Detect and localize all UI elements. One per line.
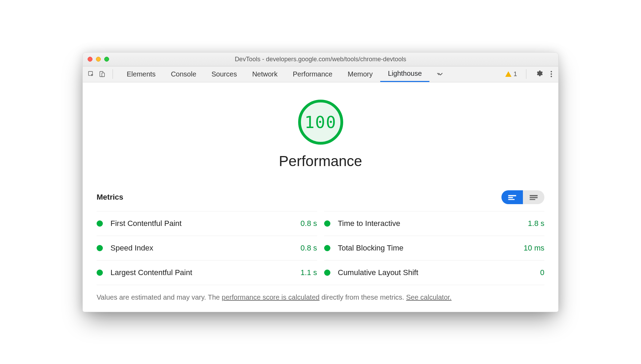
metrics-footer-note: Values are estimated and may vary. The p…	[97, 285, 544, 301]
status-dot-icon	[324, 220, 330, 227]
warning-icon	[505, 71, 511, 77]
tab-network[interactable]: Network	[244, 66, 285, 82]
footer-text: directly from these metrics.	[320, 293, 406, 301]
score-gauge[interactable]: 100	[298, 100, 343, 145]
metrics-grid: First Contentful Paint 0.8 s Time to Int…	[97, 211, 544, 285]
close-icon[interactable]	[88, 57, 92, 62]
settings-icon[interactable]	[535, 70, 543, 79]
tab-label: Lighthouse	[388, 70, 422, 78]
tab-performance[interactable]: Performance	[285, 66, 340, 82]
tab-label: Network	[252, 70, 277, 78]
issues-button[interactable]: 1	[505, 71, 517, 78]
metrics-heading: Metrics	[97, 193, 123, 202]
footer-text: Values are estimated and may vary. The	[97, 293, 222, 301]
metric-name: First Contentful Paint	[110, 219, 181, 228]
toolbar: Elements Console Sources Network Perform…	[83, 66, 558, 82]
metric-row[interactable]: Speed Index 0.8 s	[97, 236, 317, 260]
calculator-link[interactable]: See calculator.	[406, 293, 452, 301]
metric-name: Largest Contentful Paint	[110, 268, 192, 277]
status-dot-icon	[97, 220, 103, 227]
metric-row[interactable]: Largest Contentful Paint 1.1 s	[97, 260, 317, 285]
svg-rect-2	[102, 73, 105, 77]
inspect-element-icon[interactable]	[87, 70, 95, 78]
metric-row[interactable]: Cumulative Layout Shift 0	[324, 260, 545, 285]
tab-console[interactable]: Console	[163, 66, 204, 82]
metric-value: 0	[540, 268, 544, 277]
metric-name: Time to Interactive	[338, 219, 400, 228]
divider	[526, 69, 526, 79]
warning-count: 1	[514, 71, 517, 78]
minimize-icon[interactable]	[96, 57, 101, 62]
score-value: 100	[304, 112, 337, 132]
metric-name: Cumulative Layout Shift	[338, 268, 418, 277]
traffic-lights	[88, 57, 109, 62]
status-dot-icon	[324, 245, 330, 251]
tab-label: Elements	[127, 70, 155, 78]
metric-value: 0.8 s	[301, 219, 317, 228]
tab-elements[interactable]: Elements	[119, 66, 163, 82]
score-explainer-link[interactable]: performance score is calculated	[222, 293, 319, 301]
metric-value: 0.8 s	[301, 244, 317, 253]
metrics-view-toggle	[501, 190, 544, 204]
tab-sources[interactable]: Sources	[204, 66, 244, 82]
more-tabs-icon[interactable]	[435, 69, 445, 79]
devtools-window: DevTools - developers.google.com/web/too…	[82, 52, 559, 312]
tab-lighthouse[interactable]: Lighthouse	[380, 66, 429, 82]
divider	[113, 69, 113, 79]
window-title: DevTools - developers.google.com/web/too…	[83, 56, 558, 63]
device-toolbar-icon[interactable]	[98, 70, 106, 78]
tab-label: Sources	[212, 70, 237, 78]
expanded-view-button[interactable]	[523, 190, 544, 204]
metric-row[interactable]: First Contentful Paint 0.8 s	[97, 211, 317, 236]
metric-name: Total Blocking Time	[338, 244, 404, 253]
tab-label: Performance	[293, 70, 333, 78]
lighthouse-report: 100 Performance Metrics First Contentful…	[83, 82, 558, 312]
status-dot-icon	[97, 270, 103, 276]
fullscreen-icon[interactable]	[104, 57, 109, 62]
status-dot-icon	[324, 270, 330, 276]
compact-view-button[interactable]	[501, 190, 523, 204]
metric-value: 1.1 s	[301, 268, 317, 277]
titlebar[interactable]: DevTools - developers.google.com/web/too…	[83, 53, 558, 66]
tab-label: Console	[171, 70, 196, 78]
tab-label: Memory	[348, 70, 373, 78]
metric-value: 1.8 s	[528, 219, 544, 228]
tab-memory[interactable]: Memory	[340, 66, 380, 82]
metric-row[interactable]: Total Blocking Time 10 ms	[324, 236, 545, 260]
status-dot-icon	[97, 245, 103, 251]
metric-row[interactable]: Time to Interactive 1.8 s	[324, 211, 545, 236]
panel-tabs: Elements Console Sources Network Perform…	[119, 66, 429, 82]
metric-name: Speed Index	[110, 244, 153, 253]
category-title: Performance	[97, 153, 544, 170]
kebab-menu-icon[interactable]	[549, 71, 554, 77]
metric-value: 10 ms	[524, 244, 544, 253]
